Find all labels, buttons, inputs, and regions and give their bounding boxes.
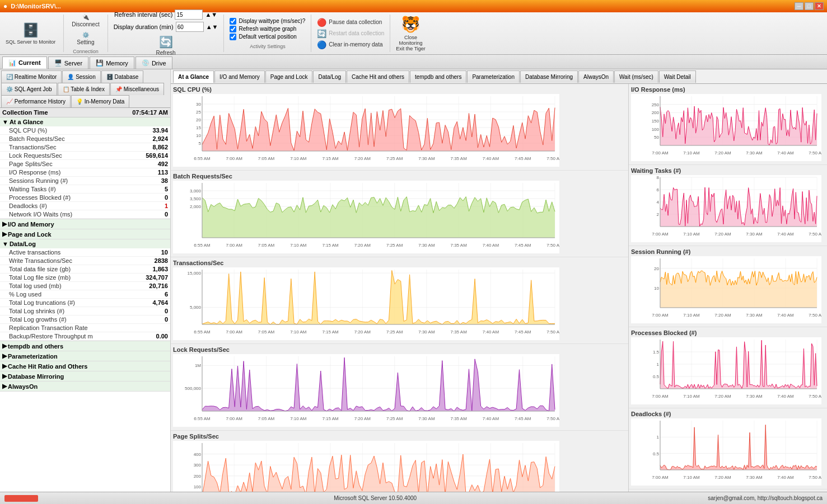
refresh-interval-spinner[interactable]: ▲▼	[205, 11, 217, 18]
section-title[interactable]: ▶ Database Mirroring	[0, 371, 170, 381]
section-label: Page and Lock	[8, 231, 52, 238]
svg-text:7:35 AM: 7:35 AM	[451, 329, 468, 335]
row-label: Write Transactions/Sec	[9, 257, 72, 264]
disconnect-btn[interactable]: 🔌 Disconnect	[69, 13, 101, 29]
chart-sql_cpu: SQL CPU (%) 51015202530 6:55 AM7:00 AM7:…	[171, 84, 628, 171]
section-title[interactable]: ▶ tempdb and others	[0, 341, 170, 351]
minimize-btn[interactable]: ─	[795, 2, 803, 10]
tab-server[interactable]: 🖥️ Server	[48, 56, 88, 69]
refresh-waittype-checkbox[interactable]	[230, 26, 236, 32]
subtab-tempdb[interactable]: tempdb and others	[410, 70, 466, 83]
subtab-at-a-glance[interactable]: At a Glance	[173, 70, 214, 83]
data-collection-section: 🔴 Pause data collection 🔄 Restart data c…	[317, 15, 390, 52]
tab-database[interactable]: 🗄️ Database	[101, 70, 144, 83]
svg-text:7:10 AM: 7:10 AM	[683, 313, 700, 318]
section-title[interactable]: ▼ Data/Log	[0, 239, 170, 248]
row-label: Sessions Running (#)	[9, 177, 68, 184]
svg-text:7:30 AM: 7:30 AM	[418, 329, 435, 335]
default-vertical-item[interactable]: Default vertical position	[230, 34, 305, 40]
subtab-page-lock[interactable]: Page and Lock	[265, 70, 313, 83]
refresh-interval-label: Refresh interval (sec)	[114, 11, 173, 18]
display-duration-input[interactable]	[176, 22, 204, 32]
subtab-wait-detail[interactable]: Wait Detail	[659, 70, 696, 83]
svg-text:7:05 AM: 7:05 AM	[258, 156, 275, 161]
sql-server-monitor-btn[interactable]: 🗄️ SQL Server to Monitor	[3, 21, 58, 46]
section-title[interactable]: ▼ At a Glance	[0, 117, 170, 126]
close-monitoring-label: Close Monitoring Exit the Tiger	[396, 35, 426, 51]
tab-memory[interactable]: 💾 Memory	[90, 56, 134, 69]
tab-current[interactable]: 📊 Current	[2, 56, 47, 69]
svg-text:150: 150	[652, 119, 660, 124]
section-title[interactable]: ▶ I/O and Memory	[0, 219, 170, 229]
svg-text:7:50 AM: 7:50 AM	[809, 475, 821, 480]
svg-text:7:20 AM: 7:20 AM	[354, 416, 371, 421]
section-title[interactable]: ▶ AlwaysOn	[0, 381, 170, 391]
tab-sql-agent[interactable]: ⚙️ SQL Agent Job	[1, 83, 57, 95]
row-label: Replication Transaction Rate	[9, 324, 88, 331]
subtab-wait-ms[interactable]: Wait (ms/sec)	[614, 70, 658, 83]
svg-text:7:30 AM: 7:30 AM	[746, 150, 763, 156]
clear-memory-btn[interactable]: 🔵 Clear in-memory data	[317, 40, 384, 49]
disconnect-icon: 🔌	[82, 14, 89, 20]
display-waittype-item[interactable]: Display waittype (ms/sec)?	[230, 18, 305, 25]
close-monitoring-btn[interactable]: 🐯 Close Monitoring Exit the Tiger	[396, 15, 426, 51]
svg-text:7:40 AM: 7:40 AM	[777, 394, 794, 399]
refresh-label: Refresh	[156, 50, 176, 56]
refresh-interval-row: Refresh interval (sec) ▲▼	[114, 10, 217, 20]
tab-in-memory[interactable]: 💡 In-Memory Data	[71, 95, 129, 107]
section-title[interactable]: ▶ Parameterization	[0, 351, 170, 361]
section-title[interactable]: ▶ Cache Hit Ratio and Others	[0, 361, 170, 371]
row-label: Network I/O Waits (ms)	[9, 211, 72, 218]
svg-text:7:20 AM: 7:20 AM	[714, 313, 731, 318]
refresh-btn[interactable]: 🔄 Refresh	[154, 34, 178, 57]
svg-text:7:15 AM: 7:15 AM	[322, 156, 339, 161]
svg-text:30: 30	[196, 102, 201, 107]
activity-checkboxes: Display waittype (ms/sec)? Refresh waitt…	[230, 18, 305, 40]
setting-btn[interactable]: ⚙️ Setting	[74, 31, 96, 46]
display-waittype-checkbox[interactable]	[230, 18, 236, 25]
default-vertical-checkbox[interactable]	[230, 34, 236, 40]
chart-title-page_splits: Page Splits/Sec	[173, 433, 626, 440]
close-btn[interactable]: ✕	[815, 2, 824, 10]
svg-text:7:40 AM: 7:40 AM	[483, 156, 499, 161]
tab-miscellaneous[interactable]: 📌 Miscellaneous	[110, 83, 164, 95]
maximize-btn[interactable]: □	[805, 2, 814, 10]
section-title[interactable]: ▶ Page and Lock	[0, 229, 170, 239]
subtab-cache-hit[interactable]: Cache Hit and others	[347, 70, 409, 83]
svg-text:7:00 AM: 7:00 AM	[652, 232, 669, 237]
subtab-alwayson[interactable]: AlwaysOn	[578, 70, 614, 83]
drive-tab-label: Drive	[152, 60, 166, 67]
refresh-icon: 🔄	[159, 35, 173, 49]
svg-text:7:00 AM: 7:00 AM	[226, 329, 243, 335]
chart-title-lock_requests: Lock Requests/Sec	[173, 346, 626, 353]
row-label: Active transactions	[9, 249, 60, 256]
subtab-data-log[interactable]: Data/Log	[313, 70, 346, 83]
memory-tab-icon: 💾	[96, 59, 104, 67]
refresh-interval-input[interactable]	[175, 10, 203, 20]
pause-data-btn[interactable]: 🔴 Pause data collection	[317, 18, 384, 27]
subtab-parameterization[interactable]: Parameterization	[467, 70, 520, 83]
svg-text:7:25 AM: 7:25 AM	[386, 156, 403, 161]
chart-page_splits: Page Splits/Sec 100200300400 6:55 AM7:00…	[171, 431, 628, 492]
row-value: 0.00	[156, 333, 168, 340]
row-value: 4,764	[152, 299, 168, 306]
tab-table-index[interactable]: 📋 Table & Index	[58, 83, 110, 95]
display-duration-spinner[interactable]: ▲▼	[206, 23, 218, 30]
tab-realtime-monitor[interactable]: 🔄 Realtime Monitor	[1, 70, 62, 83]
tab-performance-history[interactable]: 📈 Performance History	[1, 95, 71, 107]
svg-text:7:20 AM: 7:20 AM	[714, 150, 731, 156]
sidebar-collection-time: Collection Time 07:54:17 AM	[0, 108, 170, 117]
chart-network_io_waits: Network I/O Waits (ms) 1 7:00 AM7:10 AM7…	[629, 489, 827, 492]
row-value: 20,716	[149, 282, 168, 289]
refresh-waittype-item[interactable]: Refresh waittype graph	[230, 26, 305, 32]
subtab-db-mirroring[interactable]: Database Mirroring	[520, 70, 578, 83]
current-tab-icon: 📊	[8, 59, 16, 67]
default-vertical-label: Default vertical position	[239, 34, 296, 40]
tab-drive[interactable]: 💿 Drive	[136, 56, 172, 69]
svg-text:7:00 AM: 7:00 AM	[652, 313, 669, 318]
subtab-io-memory[interactable]: I/O and Memory	[214, 70, 265, 83]
svg-text:7:30 AM: 7:30 AM	[418, 416, 435, 421]
tab-session[interactable]: 👤 Session	[62, 70, 100, 83]
disconnect-label: Disconnect	[72, 21, 99, 27]
chart-processes_blocked: Processes Blocked (#) 0.511.5 7:00 AM7:1…	[629, 327, 827, 408]
